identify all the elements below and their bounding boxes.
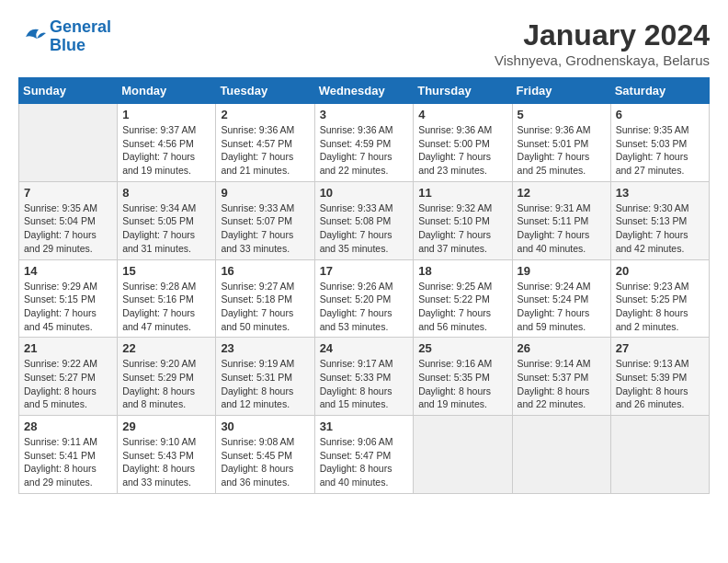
- day-cell: 2Sunrise: 9:36 AM Sunset: 4:57 PM Daylig…: [216, 104, 314, 182]
- day-info: Sunrise: 9:34 AM Sunset: 5:05 PM Dayligh…: [122, 201, 210, 256]
- day-cell: [414, 416, 512, 494]
- day-cell: 14Sunrise: 9:29 AM Sunset: 5:15 PM Dayli…: [19, 259, 118, 338]
- logo-text: General Blue: [50, 18, 111, 55]
- day-info: Sunrise: 9:35 AM Sunset: 5:03 PM Dayligh…: [616, 123, 704, 178]
- day-info: Sunrise: 9:36 AM Sunset: 4:59 PM Dayligh…: [320, 123, 409, 178]
- day-cell: 6Sunrise: 9:35 AM Sunset: 5:03 PM Daylig…: [610, 104, 709, 182]
- day-cell: 27Sunrise: 9:13 AM Sunset: 5:39 PM Dayli…: [610, 338, 709, 416]
- day-number: 31: [320, 419, 409, 433]
- day-number: 29: [122, 419, 210, 433]
- header: General Blue January 2024 Vishnyeva, Gro…: [18, 18, 710, 68]
- day-cell: 10Sunrise: 9:33 AM Sunset: 5:08 PM Dayli…: [314, 181, 414, 259]
- day-cell: [512, 416, 610, 494]
- day-info: Sunrise: 9:11 AM Sunset: 5:41 PM Dayligh…: [24, 435, 112, 489]
- day-info: Sunrise: 9:30 AM Sunset: 5:13 PM Dayligh…: [616, 201, 704, 256]
- logo-line1: General: [50, 17, 111, 36]
- day-cell: 5Sunrise: 9:36 AM Sunset: 5:01 PM Daylig…: [512, 104, 610, 182]
- day-info: Sunrise: 9:06 AM Sunset: 5:47 PM Dayligh…: [320, 435, 409, 489]
- day-cell: 13Sunrise: 9:30 AM Sunset: 5:13 PM Dayli…: [610, 181, 709, 259]
- day-info: Sunrise: 9:23 AM Sunset: 5:25 PM Dayligh…: [616, 280, 704, 334]
- day-cell: 19Sunrise: 9:24 AM Sunset: 5:24 PM Dayli…: [512, 259, 610, 338]
- day-number: 9: [221, 186, 309, 200]
- day-number: 24: [320, 341, 409, 355]
- day-info: Sunrise: 9:36 AM Sunset: 4:57 PM Dayligh…: [221, 123, 309, 178]
- logo: General Blue: [18, 18, 111, 55]
- day-info: Sunrise: 9:13 AM Sunset: 5:39 PM Dayligh…: [616, 357, 704, 411]
- logo-icon: [18, 24, 46, 50]
- header-row: SundayMondayTuesdayWednesdayThursdayFrid…: [19, 78, 710, 104]
- day-number: 22: [122, 341, 210, 355]
- day-cell: 23Sunrise: 9:19 AM Sunset: 5:31 PM Dayli…: [216, 338, 314, 416]
- day-number: 4: [418, 108, 506, 121]
- day-info: Sunrise: 9:22 AM Sunset: 5:27 PM Dayligh…: [24, 357, 112, 411]
- day-info: Sunrise: 9:35 AM Sunset: 5:04 PM Dayligh…: [24, 201, 112, 256]
- day-info: Sunrise: 9:19 AM Sunset: 5:31 PM Dayligh…: [221, 357, 309, 411]
- day-number: 1: [122, 108, 210, 121]
- day-header-sunday: Sunday: [19, 78, 118, 104]
- day-number: 27: [616, 341, 704, 355]
- day-number: 10: [320, 186, 409, 200]
- day-number: 21: [24, 341, 112, 355]
- day-cell: 4Sunrise: 9:36 AM Sunset: 5:00 PM Daylig…: [414, 104, 512, 182]
- day-number: 30: [221, 419, 309, 433]
- day-info: Sunrise: 9:24 AM Sunset: 5:24 PM Dayligh…: [518, 280, 606, 334]
- day-cell: 8Sunrise: 9:34 AM Sunset: 5:05 PM Daylig…: [118, 181, 216, 259]
- day-number: 18: [418, 264, 506, 278]
- day-info: Sunrise: 9:36 AM Sunset: 5:01 PM Dayligh…: [518, 123, 606, 178]
- day-cell: 30Sunrise: 9:08 AM Sunset: 5:45 PM Dayli…: [216, 416, 314, 494]
- day-number: 11: [418, 186, 506, 200]
- day-cell: [19, 104, 118, 182]
- week-row-2: 7Sunrise: 9:35 AM Sunset: 5:04 PM Daylig…: [19, 181, 710, 259]
- day-number: 7: [24, 186, 112, 200]
- day-number: 19: [518, 264, 606, 278]
- week-row-4: 21Sunrise: 9:22 AM Sunset: 5:27 PM Dayli…: [19, 338, 710, 416]
- day-cell: 11Sunrise: 9:32 AM Sunset: 5:10 PM Dayli…: [414, 181, 512, 259]
- day-number: 3: [320, 108, 409, 121]
- day-cell: 21Sunrise: 9:22 AM Sunset: 5:27 PM Dayli…: [19, 338, 118, 416]
- day-number: 13: [616, 186, 704, 200]
- day-info: Sunrise: 9:08 AM Sunset: 5:45 PM Dayligh…: [221, 435, 309, 489]
- calendar-subtitle: Vishnyeva, Grodnenskaya, Belarus: [495, 52, 710, 68]
- day-number: 14: [24, 264, 112, 278]
- day-cell: 7Sunrise: 9:35 AM Sunset: 5:04 PM Daylig…: [19, 181, 118, 259]
- day-number: 5: [518, 108, 606, 121]
- day-info: Sunrise: 9:37 AM Sunset: 4:56 PM Dayligh…: [122, 123, 210, 178]
- day-cell: 28Sunrise: 9:11 AM Sunset: 5:41 PM Dayli…: [19, 416, 118, 494]
- logo-line2: Blue: [50, 36, 85, 54]
- day-number: 23: [221, 341, 309, 355]
- day-header-tuesday: Tuesday: [216, 78, 314, 104]
- day-cell: 18Sunrise: 9:25 AM Sunset: 5:22 PM Dayli…: [414, 259, 512, 338]
- day-number: 8: [122, 186, 210, 200]
- day-number: 20: [616, 264, 704, 278]
- day-cell: 16Sunrise: 9:27 AM Sunset: 5:18 PM Dayli…: [216, 259, 314, 338]
- day-header-saturday: Saturday: [610, 78, 709, 104]
- day-cell: 31Sunrise: 9:06 AM Sunset: 5:47 PM Dayli…: [314, 416, 414, 494]
- day-cell: 15Sunrise: 9:28 AM Sunset: 5:16 PM Dayli…: [118, 259, 216, 338]
- day-info: Sunrise: 9:25 AM Sunset: 5:22 PM Dayligh…: [418, 280, 506, 334]
- day-number: 25: [418, 341, 506, 355]
- day-number: 2: [221, 108, 309, 121]
- week-row-5: 28Sunrise: 9:11 AM Sunset: 5:41 PM Dayli…: [19, 416, 710, 494]
- day-cell: 24Sunrise: 9:17 AM Sunset: 5:33 PM Dayli…: [314, 338, 414, 416]
- day-info: Sunrise: 9:27 AM Sunset: 5:18 PM Dayligh…: [221, 280, 309, 334]
- day-cell: 9Sunrise: 9:33 AM Sunset: 5:07 PM Daylig…: [216, 181, 314, 259]
- day-info: Sunrise: 9:33 AM Sunset: 5:08 PM Dayligh…: [320, 201, 409, 256]
- week-row-1: 1Sunrise: 9:37 AM Sunset: 4:56 PM Daylig…: [19, 104, 710, 182]
- day-info: Sunrise: 9:31 AM Sunset: 5:11 PM Dayligh…: [518, 201, 606, 256]
- day-info: Sunrise: 9:28 AM Sunset: 5:16 PM Dayligh…: [122, 280, 210, 334]
- day-info: Sunrise: 9:36 AM Sunset: 5:00 PM Dayligh…: [418, 123, 506, 178]
- day-number: 28: [24, 419, 112, 433]
- day-info: Sunrise: 9:14 AM Sunset: 5:37 PM Dayligh…: [518, 357, 606, 411]
- day-number: 26: [518, 341, 606, 355]
- day-header-thursday: Thursday: [414, 78, 512, 104]
- day-cell: 17Sunrise: 9:26 AM Sunset: 5:20 PM Dayli…: [314, 259, 414, 338]
- day-info: Sunrise: 9:17 AM Sunset: 5:33 PM Dayligh…: [320, 357, 409, 411]
- day-info: Sunrise: 9:20 AM Sunset: 5:29 PM Dayligh…: [122, 357, 210, 411]
- day-cell: 26Sunrise: 9:14 AM Sunset: 5:37 PM Dayli…: [512, 338, 610, 416]
- day-info: Sunrise: 9:33 AM Sunset: 5:07 PM Dayligh…: [221, 201, 309, 256]
- day-cell: 25Sunrise: 9:16 AM Sunset: 5:35 PM Dayli…: [414, 338, 512, 416]
- day-cell: 12Sunrise: 9:31 AM Sunset: 5:11 PM Dayli…: [512, 181, 610, 259]
- day-number: 6: [616, 108, 704, 121]
- day-cell: 20Sunrise: 9:23 AM Sunset: 5:25 PM Dayli…: [610, 259, 709, 338]
- day-header-wednesday: Wednesday: [314, 78, 414, 104]
